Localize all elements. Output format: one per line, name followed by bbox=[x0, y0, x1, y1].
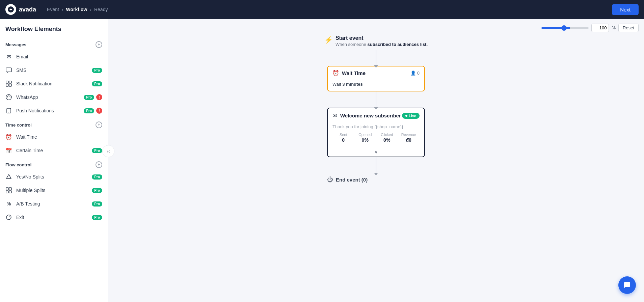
start-event-node[interactable]: ⚡ Start event When someone subscribed to… bbox=[324, 32, 428, 50]
whatsapp-pro-badge: Pro bbox=[84, 95, 94, 100]
sidebar-item-whatsapp[interactable]: WhatsApp Pro ! bbox=[0, 90, 108, 104]
wait-time-title: Wait Time bbox=[342, 70, 366, 76]
section-time-toggle[interactable]: + bbox=[96, 121, 102, 128]
svg-rect-2 bbox=[6, 81, 8, 83]
email-node[interactable]: ✉ Welcome new subscriber Live Thank you … bbox=[327, 108, 425, 157]
multiple-icon bbox=[5, 187, 12, 194]
push-label: Push Notifications bbox=[16, 108, 54, 113]
wait-label: Wait Time bbox=[16, 134, 37, 140]
zoom-value-input[interactable] bbox=[591, 24, 609, 32]
sidebar-item-multiple[interactable]: Multiple Splits Pro bbox=[0, 184, 108, 197]
yes-no-label: Yes/No Splits bbox=[16, 174, 44, 180]
section-flow-label: Flow control bbox=[5, 162, 31, 167]
email-label: Email bbox=[16, 54, 28, 59]
certain-icon: 📅 bbox=[5, 147, 12, 154]
sidebar-item-email[interactable]: ✉ Email bbox=[0, 50, 108, 63]
ab-pro-badge: Pro bbox=[92, 201, 102, 207]
breadcrumb-sep-1: › bbox=[62, 7, 63, 12]
live-badge: Live bbox=[402, 113, 420, 119]
slack-pro-badge: Pro bbox=[92, 81, 102, 86]
svg-rect-3 bbox=[9, 81, 11, 83]
push-error-badge: ! bbox=[96, 108, 102, 114]
sidebar-item-slack[interactable]: Slack Notification Pro bbox=[0, 77, 108, 90]
push-icon bbox=[5, 107, 12, 114]
section-messages: Messages + bbox=[0, 37, 108, 50]
svg-rect-1 bbox=[6, 68, 11, 72]
start-event-desc: When someone subscribed to audiences lis… bbox=[336, 42, 428, 47]
exit-icon bbox=[5, 214, 12, 221]
breadcrumb-workflow[interactable]: Workflow bbox=[66, 7, 87, 12]
svg-rect-7 bbox=[7, 108, 11, 113]
chat-button[interactable] bbox=[618, 276, 636, 294]
section-time-control: Time control + bbox=[0, 117, 108, 130]
logo: avada bbox=[5, 4, 36, 15]
breadcrumb: Event › Workflow › Ready bbox=[47, 7, 108, 12]
svg-point-6 bbox=[6, 94, 11, 100]
workflow-canvas[interactable]: % Reset ⚡ Start event When someone subsc… bbox=[108, 19, 644, 302]
sidebar-item-exit[interactable]: Exit Pro bbox=[0, 211, 108, 224]
sms-icon bbox=[5, 67, 12, 74]
start-event-title: Start event bbox=[336, 35, 428, 41]
sidebar-item-ab[interactable]: % A/B Testing Pro bbox=[0, 197, 108, 211]
svg-rect-10 bbox=[9, 188, 11, 190]
sms-pro-badge: Pro bbox=[92, 68, 102, 73]
whatsapp-error-badge: ! bbox=[96, 94, 102, 100]
whatsapp-icon bbox=[5, 94, 12, 101]
certain-label: Certain Time bbox=[16, 148, 43, 153]
sidebar-item-sms[interactable]: SMS Pro bbox=[0, 63, 108, 77]
next-button[interactable]: Next bbox=[612, 4, 639, 15]
zoom-pct-label: % bbox=[612, 25, 616, 30]
zoom-slider[interactable] bbox=[541, 27, 589, 29]
breadcrumb-sep-2: › bbox=[90, 7, 91, 12]
yes-no-icon bbox=[5, 173, 12, 180]
email-node-icon: ✉ bbox=[332, 112, 337, 119]
sidebar-item-yes-no[interactable]: Yes/No Splits Pro bbox=[0, 170, 108, 184]
wait-time-body: Wait 3 minutes bbox=[328, 80, 424, 91]
wait-icon: ⏰ bbox=[5, 134, 12, 140]
svg-point-8 bbox=[8, 113, 9, 113]
stat-sent: Sent 0 bbox=[332, 133, 354, 143]
email-node-desc: Thank you for joining {{shop_name}} bbox=[332, 124, 420, 129]
multiple-pro-badge: Pro bbox=[92, 188, 102, 193]
stat-opened: Opened 0% bbox=[354, 133, 376, 143]
section-messages-label: Messages bbox=[5, 42, 26, 47]
main-layout: Workflow Elements Messages + ✉ Email SMS… bbox=[0, 0, 644, 302]
sms-label: SMS bbox=[16, 67, 26, 73]
email-expand-button[interactable]: ∨ bbox=[328, 147, 424, 157]
exit-pro-badge: Pro bbox=[92, 215, 102, 220]
connector-1 bbox=[376, 50, 376, 66]
live-dot bbox=[405, 115, 407, 117]
sidebar: Workflow Elements Messages + ✉ Email SMS… bbox=[0, 19, 108, 302]
exit-label: Exit bbox=[16, 215, 24, 220]
svg-rect-4 bbox=[6, 84, 8, 86]
section-messages-toggle[interactable]: + bbox=[96, 41, 102, 48]
wait-time-count: 👤 0 bbox=[410, 71, 420, 76]
certain-pro-badge: Pro bbox=[92, 148, 102, 153]
section-time-label: Time control bbox=[5, 122, 32, 128]
sidebar-item-wait[interactable]: ⏰ Wait Time bbox=[0, 130, 108, 144]
zoom-controls: % Reset bbox=[541, 24, 639, 32]
connector-3 bbox=[376, 157, 376, 173]
topnav: avada Event › Workflow › Ready Next bbox=[0, 0, 644, 19]
section-flow-toggle[interactable]: + bbox=[96, 161, 102, 168]
ab-label: A/B Testing bbox=[16, 201, 40, 207]
section-flow-control: Flow control + bbox=[0, 157, 108, 170]
logo-icon bbox=[5, 4, 16, 15]
sidebar-item-certain[interactable]: 📅 Certain Time Pro bbox=[0, 144, 108, 157]
push-pro-badge: Pro bbox=[84, 108, 94, 113]
email-stats: Sent 0 Opened 0% Clicked 0% Revenue đ0 bbox=[328, 129, 424, 147]
breadcrumb-ready: Ready bbox=[94, 7, 108, 12]
sidebar-item-push[interactable]: Push Notifications Pro ! bbox=[0, 104, 108, 117]
end-event-icon: ⏻ bbox=[327, 176, 333, 183]
zoom-reset-button[interactable]: Reset bbox=[618, 24, 639, 32]
wait-time-node[interactable]: ⏰ Wait Time 👤 0 Wait 3 minutes bbox=[327, 66, 425, 91]
email-node-title: Welcome new subscriber bbox=[340, 113, 401, 118]
svg-rect-9 bbox=[6, 188, 8, 190]
topnav-left: avada Event › Workflow › Ready bbox=[5, 4, 108, 15]
yes-no-pro-badge: Pro bbox=[92, 174, 102, 180]
svg-rect-11 bbox=[6, 191, 8, 193]
svg-rect-12 bbox=[9, 191, 11, 193]
stat-revenue: Revenue đ0 bbox=[398, 133, 420, 143]
breadcrumb-event[interactable]: Event bbox=[47, 7, 59, 12]
wait-time-icon: ⏰ bbox=[332, 70, 339, 76]
